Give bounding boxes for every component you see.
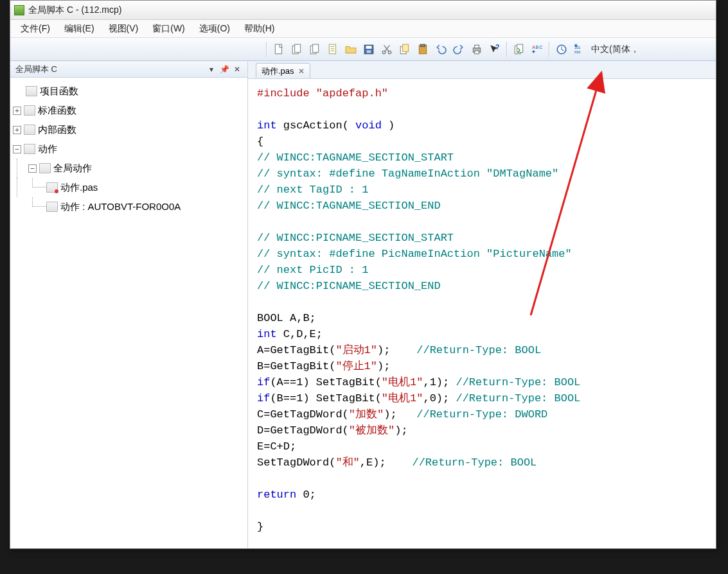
svg-rect-20 — [475, 51, 479, 54]
svg-rect-19 — [475, 45, 479, 48]
open-icon[interactable] — [342, 41, 359, 58]
tree-item-standard-fn[interactable]: + 标准函数 — [13, 101, 245, 120]
tree-item-action-pas[interactable]: 动作.pas — [13, 178, 245, 197]
sidebar-title: 全局脚本 C — [15, 64, 57, 75]
sidebar: 全局脚本 C ▾ 📌 ✕ 项目函数 + 标准函数 — [10, 61, 248, 548]
layers-icon[interactable] — [306, 41, 323, 58]
language-label[interactable]: 中文(简体， — [591, 44, 639, 55]
redo-icon[interactable] — [450, 41, 467, 58]
tree-item-actions[interactable]: − 动作 — [13, 139, 245, 159]
menu-options[interactable]: 选项(O) — [193, 21, 236, 37]
pin-icon[interactable]: 📌 — [219, 64, 229, 74]
code-icon — [26, 86, 37, 96]
pas-file-icon — [46, 182, 58, 193]
undo-icon[interactable] — [432, 41, 449, 58]
code-icon — [39, 163, 51, 173]
svg-rect-11 — [367, 50, 371, 53]
compile-icon[interactable] — [511, 41, 528, 58]
dropdown-icon[interactable]: ▾ — [206, 64, 217, 74]
sidebar-header: 全局脚本 C ▾ 📌 ✕ — [10, 61, 247, 78]
tabbar: 动作.pas ✕ — [248, 61, 716, 79]
menu-window[interactable]: 窗口(W) — [146, 21, 191, 37]
new-icon[interactable] — [271, 41, 287, 58]
menu-file[interactable]: 文件(F) — [14, 21, 57, 37]
code-icon — [46, 202, 58, 212]
svg-rect-15 — [403, 44, 409, 51]
code-icon — [24, 125, 35, 135]
tree-item-global-actions[interactable]: − 全局动作 — [13, 159, 245, 178]
svg-text:C: C — [539, 44, 542, 49]
main-area: 全局脚本 C ▾ 📌 ✕ 项目函数 + 标准函数 — [10, 61, 716, 548]
binary-icon[interactable]: 101010 — [571, 41, 588, 58]
tree: 项目函数 + 标准函数 + 内部函数 − 动作 — [10, 78, 247, 220]
window-title: 全局脚本 C - (112.mcp) — [28, 4, 121, 16]
expander-icon[interactable]: + — [13, 126, 21, 134]
clock-icon[interactable] — [553, 41, 570, 58]
svg-text:?: ? — [495, 44, 499, 51]
expander-icon[interactable]: − — [13, 145, 21, 153]
code-editor[interactable]: #include "apdefap.h" int gscAction( void… — [248, 79, 716, 548]
menubar: 文件(F) 编辑(E) 视图(V) 窗口(W) 选项(O) 帮助(H) — [10, 20, 716, 38]
menu-help[interactable]: 帮助(H) — [238, 21, 281, 37]
print-icon[interactable] — [468, 41, 485, 58]
close-icon[interactable]: ✕ — [232, 64, 242, 74]
tab-close-icon[interactable]: ✕ — [298, 67, 305, 76]
app-icon — [14, 5, 24, 15]
expander-icon[interactable]: + — [13, 107, 21, 115]
app-window: 全局脚本 C - (112.mcp) 文件(F) 编辑(E) 视图(V) 窗口(… — [10, 0, 716, 549]
doc-icon[interactable] — [324, 41, 341, 58]
tree-item-project-fn[interactable]: 项目函数 — [13, 82, 245, 101]
menu-edit[interactable]: 编辑(E) — [58, 21, 101, 37]
tree-item-action-auto[interactable]: 动作 : AUTOBVT-FOR0O0A — [13, 197, 245, 216]
svg-text:B: B — [536, 44, 539, 49]
titlebar: 全局脚本 C - (112.mcp) — [10, 1, 716, 20]
copy-page-icon[interactable] — [289, 41, 305, 58]
svg-text:A: A — [532, 44, 535, 49]
abc-icon[interactable]: ABC — [529, 41, 546, 58]
editor-area: 动作.pas ✕ #include "apdefap.h" int gscAct… — [248, 61, 716, 548]
menu-view[interactable]: 视图(V) — [102, 21, 145, 37]
code-icon — [24, 144, 35, 154]
svg-rect-2 — [295, 44, 301, 52]
copy-icon[interactable] — [396, 41, 413, 58]
svg-text:010: 010 — [574, 49, 580, 53]
help-pointer-icon[interactable]: ? — [486, 41, 503, 58]
save-icon[interactable] — [360, 41, 377, 58]
cut-icon[interactable] — [378, 41, 395, 58]
tab-label: 动作.pas — [262, 65, 294, 77]
tree-item-internal-fn[interactable]: + 内部函数 — [13, 120, 245, 139]
paste-icon[interactable] — [414, 41, 431, 58]
svg-rect-0 — [275, 44, 281, 54]
code-icon — [24, 105, 35, 116]
tab-action-pas[interactable]: 动作.pas ✕ — [256, 63, 310, 78]
svg-rect-4 — [313, 44, 319, 52]
svg-rect-10 — [366, 46, 372, 49]
expander-icon[interactable]: − — [28, 164, 37, 173]
svg-rect-17 — [421, 44, 425, 46]
toolbar: ? ABC 101010 中文(简体， — [10, 38, 716, 61]
sidebar-controls: ▾ 📌 ✕ — [206, 64, 242, 74]
